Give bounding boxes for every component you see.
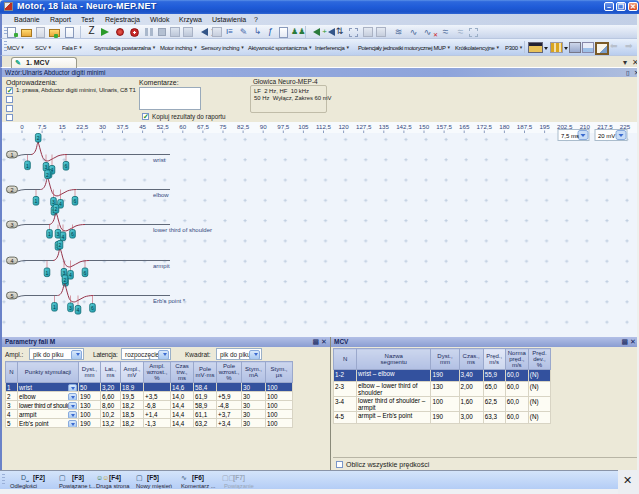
- svg-text:6: 6: [84, 270, 87, 276]
- svg-text:52,5: 52,5: [157, 123, 170, 130]
- svg-text:2: 2: [37, 135, 40, 141]
- svg-text:0: 0: [20, 123, 24, 130]
- svg-text:187,5: 187,5: [517, 123, 533, 130]
- svg-text:105: 105: [298, 123, 309, 130]
- svg-text:1: 1: [48, 231, 51, 237]
- svg-text:15: 15: [59, 123, 66, 130]
- svg-text:90: 90: [260, 123, 267, 130]
- svg-text:7,5: 7,5: [38, 123, 47, 130]
- svg-text:7,5 ms: 7,5 ms: [561, 133, 579, 139]
- svg-text:37,5: 37,5: [116, 123, 129, 130]
- svg-text:2: 2: [46, 172, 49, 178]
- svg-text:3: 3: [10, 222, 13, 228]
- svg-text:3: 3: [69, 305, 72, 311]
- svg-text:3: 3: [57, 231, 60, 237]
- svg-text:20 mV: 20 mV: [598, 133, 615, 139]
- svg-text:1: 1: [53, 304, 56, 310]
- svg-text:2: 2: [55, 206, 58, 212]
- svg-text:4: 4: [69, 272, 72, 278]
- svg-text:202,5: 202,5: [557, 123, 573, 130]
- svg-text:2: 2: [59, 242, 62, 248]
- svg-text:150: 150: [419, 123, 430, 130]
- svg-text:4: 4: [10, 258, 13, 264]
- svg-text:5: 5: [10, 293, 13, 299]
- svg-text:120: 120: [338, 123, 349, 130]
- svg-text:172,5: 172,5: [477, 123, 493, 130]
- svg-text:6: 6: [71, 231, 74, 237]
- svg-text:6: 6: [91, 305, 94, 311]
- svg-text:67,5: 67,5: [197, 123, 210, 130]
- svg-text:210: 210: [580, 123, 591, 130]
- svg-text:165: 165: [459, 123, 470, 130]
- svg-text:2: 2: [10, 187, 13, 193]
- svg-text:75: 75: [220, 123, 227, 130]
- svg-text:4: 4: [77, 307, 80, 313]
- svg-text:elbow: elbow: [153, 192, 169, 198]
- svg-text:Erb's point *: Erb's point *: [153, 298, 186, 304]
- svg-text:225: 225: [620, 123, 631, 130]
- svg-text:60: 60: [179, 123, 186, 130]
- svg-text:97,5: 97,5: [277, 123, 290, 130]
- svg-text:82,5: 82,5: [237, 123, 250, 130]
- svg-text:1: 1: [26, 163, 29, 169]
- svg-text:4: 4: [62, 234, 65, 240]
- svg-text:6: 6: [65, 163, 68, 169]
- svg-text:180: 180: [499, 123, 510, 130]
- svg-text:195: 195: [539, 123, 550, 130]
- svg-text:lower third of shoulder: lower third of shoulder: [153, 227, 212, 233]
- svg-text:1: 1: [35, 198, 38, 204]
- svg-text:127,5: 127,5: [356, 123, 372, 130]
- svg-text:112,5: 112,5: [316, 123, 332, 130]
- svg-text:2: 2: [64, 277, 67, 283]
- svg-text:142,5: 142,5: [396, 123, 412, 130]
- svg-text:armpit: armpit: [153, 263, 170, 269]
- svg-text:1: 1: [46, 270, 49, 276]
- svg-text:45: 45: [139, 123, 146, 130]
- svg-text:4: 4: [59, 201, 62, 207]
- svg-text:30: 30: [99, 123, 106, 130]
- svg-text:157,5: 157,5: [436, 123, 452, 130]
- svg-text:1: 1: [10, 152, 13, 158]
- svg-text:3: 3: [45, 164, 48, 170]
- svg-text:22,5: 22,5: [76, 123, 89, 130]
- svg-text:6: 6: [74, 198, 77, 204]
- svg-text:wrist: wrist: [152, 157, 166, 163]
- svg-text:135: 135: [379, 123, 390, 130]
- svg-text:217,5: 217,5: [597, 123, 613, 130]
